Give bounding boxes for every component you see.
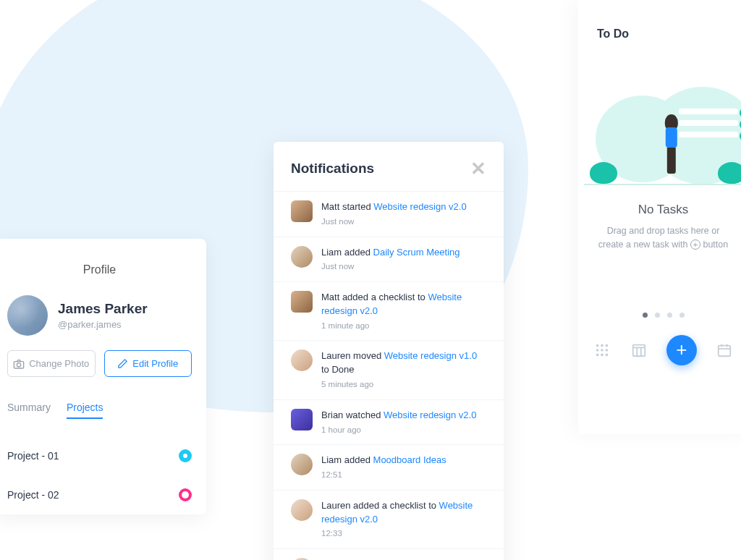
notifications-list: Matt started Website redesign v2.0Just n…	[274, 191, 504, 560]
pencil-icon	[117, 358, 128, 369]
project-row[interactable]: Project - 01	[7, 436, 192, 475]
svg-rect-12	[718, 345, 730, 356]
profile-header: James Parker @parker.james	[7, 295, 192, 336]
edit-profile-button[interactable]: Edit Profile	[104, 350, 192, 377]
notifications-card: Notifications ✕ Matt started Website red…	[274, 142, 504, 560]
notification-item[interactable]: Lauren moved Fix bug on dashboard to In …	[274, 548, 504, 560]
notification-item[interactable]: Liam added Moodboard Ideas12:51	[274, 444, 504, 490]
notifications-title: Notifications	[291, 161, 374, 177]
page-dot[interactable]	[643, 313, 648, 318]
profile-card: Profile James Parker @parker.james Chang…	[0, 239, 206, 514]
profile-actions: Change Photo Edit Profile	[7, 350, 192, 377]
svg-point-6	[601, 349, 604, 352]
columns-icon[interactable]	[630, 341, 648, 360]
pagination-dots	[584, 313, 741, 318]
notification-avatar	[291, 291, 313, 313]
notification-message: Liam added Daily Scrum Meeting	[321, 246, 460, 260]
page-dot[interactable]	[667, 313, 672, 318]
page-dot[interactable]	[655, 313, 660, 318]
todo-title: To Do	[584, 27, 741, 41]
notification-avatar	[291, 246, 313, 268]
empty-state-subtitle: Drag and drop tasks here or create a new…	[584, 224, 741, 252]
notification-time: 5 minutes ago	[321, 378, 486, 391]
notification-body: Liam added Daily Scrum MeetingJust now	[321, 246, 460, 273]
notification-avatar	[291, 200, 313, 222]
tab-summary[interactable]: Summary	[7, 402, 51, 419]
notification-message: Matt started Website redesign v2.0	[321, 200, 467, 214]
svg-point-4	[606, 344, 609, 347]
notification-message: Lauren added a checklist to Website rede…	[321, 499, 486, 527]
notification-time: 12:51	[321, 469, 446, 481]
svg-point-7	[606, 349, 609, 352]
bottom-nav: +	[584, 335, 741, 365]
notification-item[interactable]: Lauren added a checklist to Website rede…	[274, 490, 504, 548]
todo-card: To Do No Tasks Drag and drop tasks here …	[578, 0, 741, 434]
notification-link[interactable]: Website redesign v2.0	[373, 201, 466, 212]
notification-avatar	[291, 409, 313, 430]
profile-handle: @parker.james	[58, 319, 148, 330]
svg-point-8	[596, 353, 599, 356]
svg-point-2	[596, 344, 599, 347]
svg-point-5	[596, 349, 599, 352]
close-icon[interactable]: ✕	[470, 159, 486, 178]
camera-icon	[13, 359, 25, 369]
project-status-dot	[179, 488, 192, 501]
profile-header-label: Profile	[7, 263, 192, 276]
notification-body: Lauren moved Website redesign v1.0 to Do…	[321, 349, 486, 390]
svg-rect-11	[633, 344, 645, 356]
notification-time: 1 hour ago	[321, 424, 476, 436]
edit-profile-label: Edit Profile	[132, 358, 178, 369]
notification-time: 12:33	[321, 527, 486, 540]
notifications-header: Notifications ✕	[274, 142, 504, 191]
notification-item[interactable]: Matt added a checklist to Website redesi…	[274, 281, 504, 340]
notification-body: Matt added a checklist to Website redesi…	[321, 291, 486, 331]
project-label: Project - 01	[7, 450, 59, 462]
notification-item[interactable]: Liam added Daily Scrum MeetingJust now	[274, 237, 504, 282]
notification-body: Matt started Website redesign v2.0Just n…	[321, 200, 467, 228]
change-photo-label: Change Photo	[29, 358, 89, 369]
project-row[interactable]: Project - 02	[7, 475, 192, 514]
grid-icon[interactable]	[593, 341, 611, 360]
tab-projects[interactable]: Projects	[67, 402, 103, 419]
profile-name: James Parker	[58, 301, 148, 317]
svg-point-3	[601, 344, 604, 347]
profile-tabs: Summary Projects	[7, 402, 192, 419]
notification-message: Lauren moved Website redesign v1.0 to Do…	[321, 349, 486, 377]
svg-point-1	[17, 362, 21, 366]
project-label: Project - 02	[7, 489, 59, 501]
empty-state-title: No Tasks	[584, 203, 741, 217]
svg-point-10	[606, 353, 609, 356]
notification-time: 1 minute ago	[321, 320, 486, 332]
add-task-button[interactable]: +	[666, 335, 697, 365]
notification-item[interactable]: Brian watched Website redesign v2.01 hou…	[274, 399, 504, 445]
notification-link[interactable]: Website redesign v2.0	[384, 410, 476, 420]
notification-link[interactable]: Daily Scrum Meeting	[373, 247, 460, 258]
notification-body: Brian watched Website redesign v2.01 hou…	[321, 409, 476, 436]
svg-point-9	[601, 353, 604, 356]
plus-circle-icon: +	[690, 239, 700, 250]
change-photo-button[interactable]: Change Photo	[7, 350, 96, 377]
profile-avatar	[7, 295, 48, 336]
project-status-dot	[179, 449, 192, 462]
notification-item[interactable]: Lauren moved Website redesign v1.0 to Do…	[274, 340, 504, 399]
notification-time: Just now	[321, 216, 467, 228]
notification-message: Liam added Moodboard Ideas	[321, 454, 446, 467]
notification-link[interactable]: Moodboard Ideas	[373, 454, 446, 465]
notification-time: Just now	[321, 260, 460, 273]
notification-message: Brian watched Website redesign v2.0	[321, 409, 476, 423]
calendar-icon[interactable]	[715, 341, 734, 360]
notification-message: Matt added a checklist to Website redesi…	[321, 291, 486, 318]
notification-link[interactable]: Website redesign v1.0	[384, 350, 477, 361]
notification-avatar	[291, 349, 313, 371]
notification-body: Liam added Moodboard Ideas12:51	[321, 454, 446, 481]
notification-body: Lauren added a checklist to Website rede…	[321, 499, 486, 540]
page-dot[interactable]	[679, 313, 685, 318]
empty-state-illustration	[584, 82, 741, 184]
notification-avatar	[291, 499, 313, 521]
notification-item[interactable]: Matt started Website redesign v2.0Just n…	[274, 191, 504, 237]
notification-avatar	[291, 454, 313, 475]
